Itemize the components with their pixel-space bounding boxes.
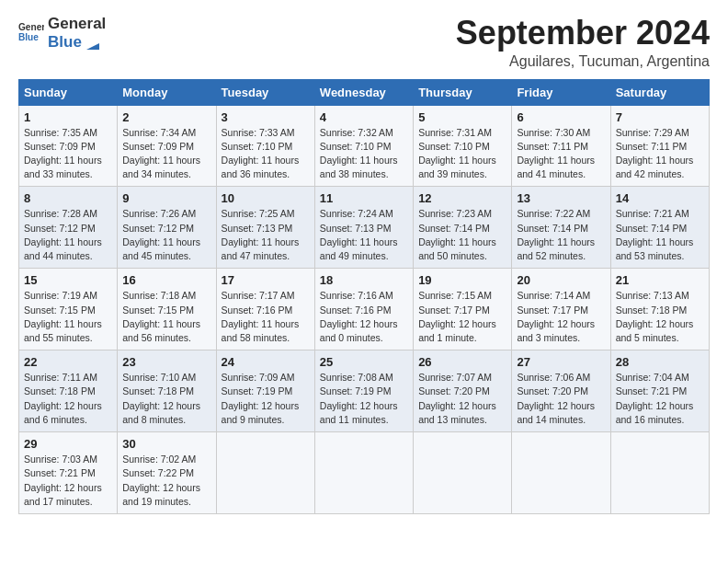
calendar-cell-1: 1Sunrise: 7:35 AMSunset: 7:09 PMDaylight…: [19, 105, 118, 187]
calendar-table: SundayMondayTuesdayWednesdayThursdayFrid…: [18, 79, 710, 514]
calendar-cell-11: 11Sunrise: 7:24 AMSunset: 7:13 PMDayligh…: [314, 187, 413, 269]
calendar-cell-20: 20Sunrise: 7:14 AMSunset: 7:17 PMDayligh…: [512, 269, 610, 350]
logo-blue: Blue: [48, 33, 106, 52]
calendar-cell-empty: [610, 432, 709, 514]
calendar-cell-17: 17Sunrise: 7:17 AMSunset: 7:16 PMDayligh…: [216, 269, 314, 350]
calendar-cell-empty: [314, 432, 413, 514]
calendar-cell-7: 7Sunrise: 7:29 AMSunset: 7:11 PMDaylight…: [610, 105, 709, 187]
calendar-cell-24: 24Sunrise: 7:09 AMSunset: 7:19 PMDayligh…: [216, 350, 314, 432]
calendar-cell-8: 8Sunrise: 7:28 AMSunset: 7:12 PMDaylight…: [19, 187, 118, 269]
weekday-header-saturday: Saturday: [610, 79, 709, 105]
logo-general: General: [48, 15, 106, 33]
calendar-cell-empty: [512, 432, 610, 514]
calendar-cell-4: 4Sunrise: 7:32 AMSunset: 7:10 PMDaylight…: [314, 105, 413, 187]
calendar-cell-26: 26Sunrise: 7:07 AMSunset: 7:20 PMDayligh…: [414, 350, 512, 432]
calendar-week-4: 22Sunrise: 7:11 AMSunset: 7:18 PMDayligh…: [19, 350, 710, 432]
logo-triangle: [86, 37, 99, 50]
logo: General Blue General Blue: [18, 15, 106, 52]
svg-text:Blue: Blue: [18, 32, 39, 42]
calendar-week-2: 8Sunrise: 7:28 AMSunset: 7:12 PMDaylight…: [19, 187, 710, 269]
calendar-week-5: 29Sunrise: 7:03 AMSunset: 7:21 PMDayligh…: [19, 432, 710, 514]
calendar-cell-10: 10Sunrise: 7:25 AMSunset: 7:13 PMDayligh…: [216, 187, 314, 269]
calendar-week-1: 1Sunrise: 7:35 AMSunset: 7:09 PMDaylight…: [19, 105, 710, 187]
calendar-cell-25: 25Sunrise: 7:08 AMSunset: 7:19 PMDayligh…: [314, 350, 413, 432]
location-title: Aguilares, Tucuman, Argentina: [456, 53, 710, 70]
calendar-cell-13: 13Sunrise: 7:22 AMSunset: 7:14 PMDayligh…: [512, 187, 610, 269]
svg-marker-3: [86, 43, 99, 50]
month-title: September 2024: [456, 15, 710, 52]
calendar-cell-12: 12Sunrise: 7:23 AMSunset: 7:14 PMDayligh…: [414, 187, 512, 269]
calendar-week-3: 15Sunrise: 7:19 AMSunset: 7:15 PMDayligh…: [19, 269, 710, 350]
calendar-cell-29: 29Sunrise: 7:03 AMSunset: 7:21 PMDayligh…: [19, 432, 118, 514]
calendar-cell-30: 30Sunrise: 7:02 AMSunset: 7:22 PMDayligh…: [118, 432, 216, 514]
calendar-cell-14: 14Sunrise: 7:21 AMSunset: 7:14 PMDayligh…: [610, 187, 709, 269]
page-header: General Blue General Blue September 2024…: [18, 15, 710, 70]
logo-icon: General Blue: [18, 20, 44, 46]
calendar-cell-21: 21Sunrise: 7:13 AMSunset: 7:18 PMDayligh…: [610, 269, 709, 350]
weekday-header-monday: Monday: [118, 79, 216, 105]
weekday-header-thursday: Thursday: [414, 79, 512, 105]
calendar-cell-3: 3Sunrise: 7:33 AMSunset: 7:10 PMDaylight…: [216, 105, 314, 187]
weekday-header-row: SundayMondayTuesdayWednesdayThursdayFrid…: [19, 79, 710, 105]
calendar-cell-23: 23Sunrise: 7:10 AMSunset: 7:18 PMDayligh…: [118, 350, 216, 432]
weekday-header-friday: Friday: [512, 79, 610, 105]
calendar-cell-empty: [414, 432, 512, 514]
calendar-cell-5: 5Sunrise: 7:31 AMSunset: 7:10 PMDaylight…: [414, 105, 512, 187]
calendar-cell-19: 19Sunrise: 7:15 AMSunset: 7:17 PMDayligh…: [414, 269, 512, 350]
calendar-cell-9: 9Sunrise: 7:26 AMSunset: 7:12 PMDaylight…: [118, 187, 216, 269]
calendar-cell-18: 18Sunrise: 7:16 AMSunset: 7:16 PMDayligh…: [314, 269, 413, 350]
calendar-cell-16: 16Sunrise: 7:18 AMSunset: 7:15 PMDayligh…: [118, 269, 216, 350]
calendar-cell-empty: [216, 432, 314, 514]
weekday-header-tuesday: Tuesday: [216, 79, 314, 105]
svg-text:General: General: [18, 22, 44, 32]
calendar-cell-6: 6Sunrise: 7:30 AMSunset: 7:11 PMDaylight…: [512, 105, 610, 187]
title-area: September 2024 Aguilares, Tucuman, Argen…: [456, 15, 710, 70]
calendar-cell-27: 27Sunrise: 7:06 AMSunset: 7:20 PMDayligh…: [512, 350, 610, 432]
calendar-cell-28: 28Sunrise: 7:04 AMSunset: 7:21 PMDayligh…: [610, 350, 709, 432]
weekday-header-sunday: Sunday: [19, 79, 118, 105]
calendar-cell-15: 15Sunrise: 7:19 AMSunset: 7:15 PMDayligh…: [19, 269, 118, 350]
calendar-cell-22: 22Sunrise: 7:11 AMSunset: 7:18 PMDayligh…: [19, 350, 118, 432]
calendar-cell-2: 2Sunrise: 7:34 AMSunset: 7:09 PMDaylight…: [118, 105, 216, 187]
weekday-header-wednesday: Wednesday: [314, 79, 413, 105]
